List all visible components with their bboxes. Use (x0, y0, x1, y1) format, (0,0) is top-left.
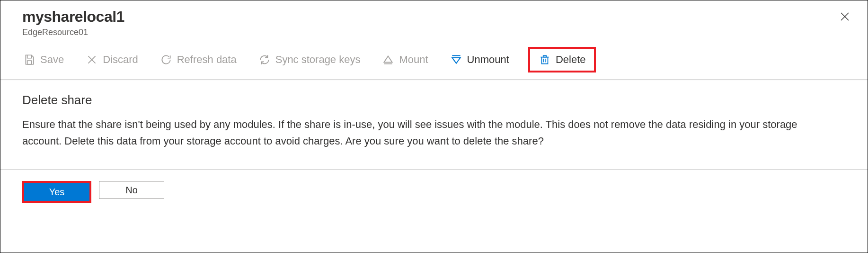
save-icon (23, 54, 35, 66)
save-label: Save (40, 54, 64, 66)
trash-icon (539, 54, 551, 66)
unmount-button[interactable]: Unmount (447, 52, 512, 68)
sync-label: Sync storage keys (275, 54, 361, 66)
discard-icon (86, 54, 98, 66)
yes-button[interactable]: Yes (24, 183, 89, 201)
refresh-icon (160, 54, 172, 66)
svg-rect-2 (27, 61, 32, 64)
delete-highlight: Delete (528, 47, 596, 72)
unmount-icon (450, 54, 462, 66)
delete-button[interactable]: Delete (536, 52, 589, 68)
mount-button[interactable]: Mount (379, 52, 431, 68)
close-button[interactable] (836, 8, 853, 25)
dialog-body: Ensure that the share isn't being used b… (22, 116, 827, 149)
mount-icon (382, 54, 394, 66)
dialog-title: Delete share (22, 93, 846, 108)
dialog-actions: Yes No (0, 170, 868, 214)
refresh-button[interactable]: Refresh data (157, 52, 239, 68)
page-subtitle: EdgeResource01 (22, 27, 846, 37)
dialog-content: Delete share Ensure that the share isn't… (0, 80, 868, 163)
sync-icon (258, 54, 271, 66)
discard-button[interactable]: Discard (83, 52, 141, 68)
refresh-label: Refresh data (177, 54, 237, 66)
page-title: mysharelocal1 (22, 8, 846, 26)
no-button[interactable]: No (99, 181, 164, 199)
yes-label: Yes (49, 187, 65, 198)
command-bar: Save Discard Refresh data (0, 41, 868, 80)
save-button[interactable]: Save (20, 52, 67, 68)
blade-header: mysharelocal1 EdgeResource01 (0, 0, 868, 41)
unmount-label: Unmount (467, 54, 509, 66)
sync-button[interactable]: Sync storage keys (256, 52, 363, 68)
mount-label: Mount (399, 54, 428, 66)
close-icon (839, 11, 850, 22)
delete-label: Delete (556, 54, 586, 66)
no-label: No (125, 185, 138, 196)
discard-label: Discard (103, 54, 138, 66)
yes-highlight: Yes (22, 181, 91, 203)
